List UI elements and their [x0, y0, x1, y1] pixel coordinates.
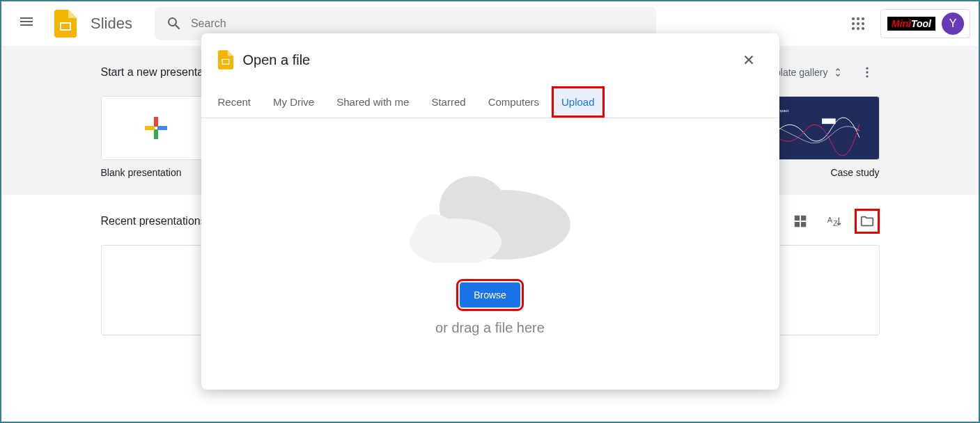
modal-tabs: Recent My Drive Shared with me Starred C…: [201, 86, 779, 118]
modal-header: Open a file: [201, 33, 779, 86]
tab-shared-with-me[interactable]: Shared with me: [336, 86, 409, 118]
slides-file-icon: [218, 50, 233, 70]
cloud-icon: [400, 173, 581, 263]
open-file-modal: Open a file Recent My Drive Shared with …: [201, 33, 779, 390]
tab-upload[interactable]: Upload: [552, 86, 605, 118]
svg-rect-23: [222, 60, 228, 64]
close-button[interactable]: [735, 46, 763, 74]
tab-my-drive[interactable]: My Drive: [273, 86, 314, 118]
drag-hint-text: or drag a file here: [435, 320, 545, 336]
tab-computers[interactable]: Computers: [488, 86, 539, 118]
modal-overlay: Open a file Recent My Drive Shared with …: [1, 1, 979, 422]
close-icon: [741, 52, 756, 67]
svg-point-27: [414, 214, 456, 253]
upload-dropzone[interactable]: Browse or drag a file here: [201, 118, 779, 390]
tab-starred[interactable]: Starred: [431, 86, 465, 118]
tab-recent[interactable]: Recent: [218, 86, 251, 118]
browse-button[interactable]: Browse: [460, 282, 520, 308]
modal-title: Open a file: [243, 52, 311, 68]
